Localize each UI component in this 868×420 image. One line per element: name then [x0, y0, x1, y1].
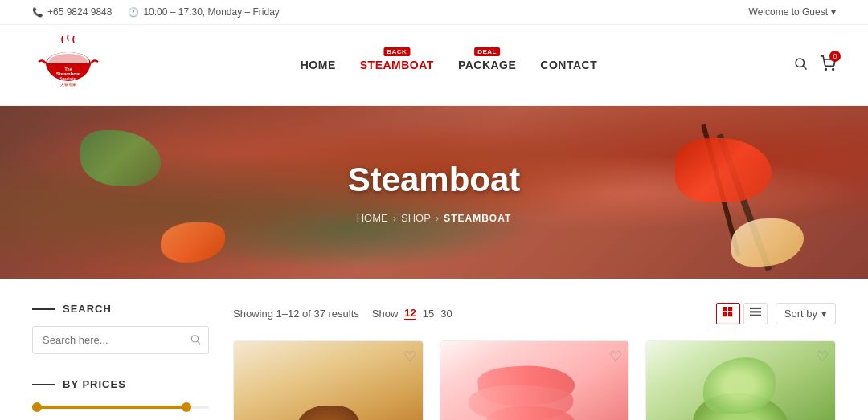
cart-count: 0 [829, 51, 841, 62]
product-image-2 [440, 341, 629, 420]
search-box [32, 326, 209, 354]
breadcrumb-sep-1: › [393, 212, 396, 224]
grid-view-button[interactable] [716, 303, 740, 324]
show-controls: Show 12 15 30 [372, 307, 452, 320]
list-icon [750, 307, 761, 318]
business-hours: 10:00 – 17:30, Monday – Friday [143, 6, 279, 18]
search-submit-button[interactable] [190, 333, 201, 347]
svg-rect-13 [723, 307, 727, 311]
nav-steamboat[interactable]: BACK STEAMBOAT [360, 59, 434, 71]
prices-heading-line [32, 384, 55, 385]
heading-line [32, 308, 55, 310]
wishlist-button-1[interactable]: ♡ [403, 348, 416, 365]
breadcrumb-sep-2: › [436, 212, 439, 224]
breadcrumb-shop[interactable]: SHOP [401, 212, 431, 224]
search-icon [793, 56, 808, 71]
svg-rect-14 [728, 307, 732, 311]
show-15[interactable]: 15 [423, 308, 434, 320]
product-card: ♡ [233, 340, 424, 420]
wishlist-button-2[interactable]: ♡ [609, 348, 622, 365]
clock-icon: 🕐 [128, 7, 139, 18]
package-badge: DEAL [474, 47, 500, 56]
products-area: Showing 1–12 of 37 results Show 12 15 30 [233, 303, 836, 420]
topbar-left: 📞 +65 9824 9848 🕐 10:00 – 17:30, Monday … [32, 6, 280, 18]
slider-thumb-left[interactable] [32, 402, 42, 412]
sidebar: SEARCH BY PRICES [32, 303, 209, 420]
svg-line-8 [803, 66, 806, 69]
sort-chevron-icon: ▾ [821, 308, 827, 320]
breadcrumb-current: STEAMBOAT [444, 213, 511, 224]
nav-home[interactable]: HOME [301, 59, 336, 71]
svg-text:Specialist: Specialist [59, 77, 77, 81]
svg-point-7 [796, 59, 805, 67]
hero-title: Steamboat [348, 161, 521, 199]
show-30[interactable]: 30 [440, 308, 452, 320]
topbar: 📞 +65 9824 9848 🕐 10:00 – 17:30, Monday … [0, 0, 868, 25]
main-content: SEARCH BY PRICES [0, 279, 868, 420]
grid-icon [723, 307, 734, 318]
price-slider[interactable] [32, 402, 209, 420]
search-input[interactable] [32, 326, 209, 354]
slider-thumb-right[interactable] [182, 402, 191, 412]
product-image-3 [646, 341, 835, 420]
products-grid: ♡ ♡ [233, 340, 836, 420]
slider-track [32, 406, 209, 409]
nav-contact[interactable]: CONTACT [540, 59, 597, 71]
breadcrumb: HOME › SHOP › STEAMBOAT [348, 212, 521, 224]
wishlist-button-3[interactable]: ♡ [816, 348, 829, 365]
topbar-right[interactable]: Welcome to Guest ▾ [749, 6, 836, 18]
svg-rect-18 [750, 311, 761, 312]
prices-section: BY PRICES [32, 378, 209, 420]
svg-line-12 [198, 341, 200, 344]
svg-rect-16 [728, 312, 732, 316]
svg-point-9 [825, 68, 827, 70]
svg-rect-17 [750, 308, 761, 309]
show-label: Show [372, 308, 399, 320]
sort-dropdown[interactable]: Sort by ▾ [776, 303, 836, 324]
hero-content: Steamboat HOME › SHOP › STEAMBOAT [348, 161, 521, 224]
results-info: Showing 1–12 of 37 results [233, 308, 359, 320]
svg-rect-19 [750, 315, 761, 316]
list-view-button[interactable] [743, 303, 768, 324]
welcome-text: Welcome to Guest [749, 6, 828, 18]
hero-section: Steamboat HOME › SHOP › STEAMBOAT [0, 106, 868, 279]
cart-button[interactable]: 0 [820, 55, 836, 75]
svg-point-10 [833, 68, 834, 70]
logo-svg: The Steamboat Specialist 火锅专家 [32, 33, 104, 97]
header: The Steamboat Specialist 火锅专家 HOME BACK … [0, 25, 868, 106]
svg-point-11 [191, 335, 198, 341]
svg-rect-15 [723, 312, 727, 316]
slider-fill [32, 406, 191, 409]
product-card: ♡ [645, 340, 836, 420]
nav-package[interactable]: DEAL PACKAGE [458, 59, 516, 71]
breadcrumb-home[interactable]: HOME [357, 212, 388, 224]
phone-item: 📞 +65 9824 9848 [32, 6, 112, 18]
main-nav: HOME BACK STEAMBOAT DEAL PACKAGE CONTACT [301, 59, 598, 71]
chevron-down-icon: ▾ [831, 6, 836, 18]
toolbar-right: Sort by ▾ [716, 303, 836, 324]
prices-heading: BY PRICES [32, 378, 209, 390]
show-12[interactable]: 12 [404, 307, 416, 320]
products-toolbar: Showing 1–12 of 37 results Show 12 15 30 [233, 303, 836, 324]
search-button[interactable] [793, 56, 808, 75]
sort-label: Sort by [784, 308, 817, 320]
product-card: ♡ [440, 340, 630, 420]
product-image-1 [234, 341, 423, 420]
hours-item: 🕐 10:00 – 17:30, Monday – Friday [128, 6, 279, 18]
svg-text:火锅专家: 火锅专家 [60, 82, 76, 87]
phone-number: +65 9824 9848 [47, 6, 112, 18]
search-section: SEARCH [32, 303, 209, 354]
nav-icons: 0 [793, 55, 836, 75]
view-buttons [716, 303, 768, 324]
logo[interactable]: The Steamboat Specialist 火锅专家 [32, 33, 104, 97]
search-heading: SEARCH [32, 303, 209, 315]
svg-text:Steamboat: Steamboat [56, 71, 81, 76]
phone-icon: 📞 [32, 7, 43, 18]
steamboat-badge: BACK [383, 47, 410, 56]
search-submit-icon [190, 333, 201, 345]
